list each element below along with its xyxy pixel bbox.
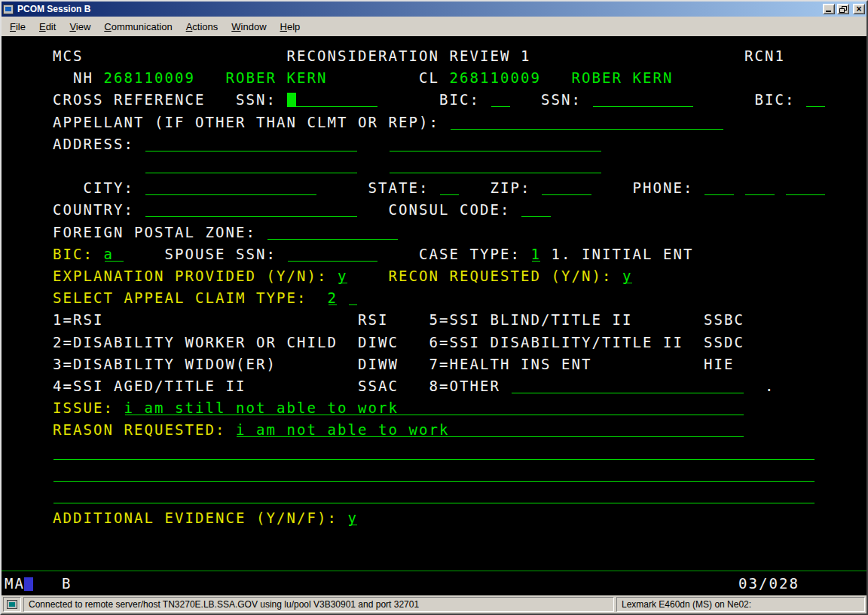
terminal-input-field[interactable]: [521, 199, 552, 221]
terminal-text: BIC:: [755, 89, 796, 111]
terminal-screen[interactable]: MCSRECONSIDERATION REVIEW 1RCN1NH2681100…: [2, 36, 866, 595]
terminal-input-field[interactable]: y: [348, 507, 359, 529]
terminal-text: APPELLANT (IF OTHER THAN CLMT OR REP):: [53, 112, 439, 133]
terminal-row: BIC:a SPOUSE SSN: CASE TYPE:11. INITIAL …: [2, 243, 866, 265]
statusbar-connection-panel: Connected to remote server/host TN3270E.…: [23, 597, 614, 612]
terminal-input-field[interactable]: [145, 133, 358, 155]
terminal-text: RECONSIDERATION REVIEW 1: [287, 45, 531, 67]
menu-actions[interactable]: Actions: [179, 18, 225, 35]
terminal-text: SSBC: [704, 309, 744, 331]
terminal-text: BIC:: [439, 89, 480, 111]
terminal-input-field[interactable]: [511, 375, 744, 397]
terminal-text: DIWW: [358, 353, 399, 375]
close-icon: ×: [856, 5, 861, 14]
terminal-input-field[interactable]: [267, 222, 399, 243]
pcom-window: PCOM Session B × FileEditViewCommunicati…: [0, 0, 868, 615]
terminal-text: CROSS REFERENCE: [53, 89, 206, 111]
terminal-text: 1. INITIAL ENT: [552, 243, 694, 265]
terminal-text: NH: [73, 67, 93, 89]
terminal-text: RCN1: [744, 45, 785, 67]
oia-system-status: MA: [5, 571, 25, 595]
terminal-input-field[interactable]: [805, 89, 826, 111]
terminal-row: [2, 464, 866, 485]
terminal-input-field[interactable]: 2: [328, 287, 338, 309]
terminal-row: ADDRESS:: [2, 133, 866, 155]
terminal-text: SSN:: [236, 89, 277, 111]
terminal-input-field[interactable]: [53, 485, 815, 507]
terminal-input-field[interactable]: [785, 177, 826, 199]
window-title: PCOM Session B: [16, 4, 821, 14]
connection-status-icon-screen: [9, 602, 15, 607]
terminal-text: 5=SSI BLIND/TITLE II: [429, 309, 633, 331]
terminal-text: MCS: [53, 45, 84, 67]
terminal-input-field[interactable]: [53, 464, 815, 485]
terminal-text: BIC:: [53, 243, 93, 265]
terminal-input-field[interactable]: [145, 155, 358, 177]
terminal-input-field[interactable]: [389, 155, 602, 177]
terminal-text: CASE TYPE:: [419, 243, 521, 265]
menu-edit[interactable]: Edit: [32, 18, 63, 35]
menu-view[interactable]: View: [63, 18, 97, 35]
menu-help[interactable]: Help: [274, 18, 307, 35]
statusbar: Connected to remote server/host TN3270E.…: [2, 595, 866, 613]
terminal-input-field[interactable]: a: [104, 243, 124, 265]
app-icon-screen: [5, 7, 11, 11]
terminal-row: [2, 485, 866, 507]
terminal-text: CITY:: [84, 177, 135, 199]
terminal-text: REASON REQUESTED:: [53, 419, 225, 441]
oia-area: MA B 03/028: [2, 571, 866, 595]
terminal-row: [2, 155, 866, 177]
terminal-text: PHONE:: [633, 177, 694, 199]
terminal-input-field[interactable]: i am still not able to work: [124, 397, 744, 419]
terminal-text: .: [765, 375, 775, 397]
terminal-row: FOREIGN POSTAL ZONE:: [2, 222, 866, 243]
terminal-input-field[interactable]: 1: [531, 243, 542, 265]
minimize-button[interactable]: [823, 4, 835, 14]
terminal-input-field[interactable]: i am not able to work: [236, 419, 744, 441]
terminal-input-field[interactable]: [389, 133, 602, 155]
titlebar[interactable]: PCOM Session B ×: [2, 2, 866, 17]
terminal-input-field[interactable]: [145, 177, 317, 199]
oia-cursor-position: 03/028: [738, 571, 799, 595]
terminal-input-field[interactable]: [744, 177, 775, 199]
terminal-text: 4=SSI AGED/TITLE II: [53, 375, 246, 397]
terminal-text: 1=RSI: [53, 309, 104, 331]
terminal-input-field[interactable]: [287, 243, 379, 265]
restore-icon: [839, 6, 847, 13]
terminal-input-field[interactable]: [287, 89, 379, 111]
oia-connection-block-icon: [24, 577, 33, 591]
terminal-input-field[interactable]: y: [622, 265, 633, 287]
menubar: FileEditViewCommunicationActionsWindowHe…: [2, 17, 866, 36]
terminal-input-field[interactable]: [53, 442, 815, 464]
terminal-text: ROBER KERN: [572, 67, 674, 89]
terminal-row: 3=DISABILITY WIDOW(ER)DIWW7=HEALTH INS E…: [2, 353, 866, 375]
terminal-input-field[interactable]: [592, 89, 694, 111]
close-button[interactable]: ×: [853, 4, 865, 14]
terminal-input-field[interactable]: [439, 177, 460, 199]
terminal-text: CONSUL CODE:: [389, 199, 511, 221]
terminal-input-field[interactable]: [145, 199, 358, 221]
menu-communication[interactable]: Communication: [97, 18, 179, 35]
terminal-text: SSAC: [358, 375, 399, 397]
terminal-row: APPELLANT (IF OTHER THAN CLMT OR REP):: [2, 112, 866, 133]
terminal-input-field[interactable]: [491, 89, 511, 111]
terminal-row: 4=SSI AGED/TITLE IISSAC8=OTHER .: [2, 375, 866, 397]
terminal-input-field[interactable]: [450, 112, 724, 133]
menu-file[interactable]: File: [3, 18, 32, 35]
terminal-input-field[interactable]: [541, 177, 592, 199]
terminal-text: DIWC: [358, 332, 399, 353]
terminal-row: 2=DISABILITY WORKER OR CHILDDIWC6=SSI DI…: [2, 332, 866, 353]
terminal-cursor[interactable]: [287, 93, 296, 107]
menu-window[interactable]: Window: [225, 18, 273, 35]
terminal-text: ADDITIONAL EVIDENCE (Y/N/F):: [53, 507, 338, 529]
terminal-input-field[interactable]: [704, 177, 735, 199]
restore-button[interactable]: [837, 4, 849, 14]
terminal-text: ROBER KERN: [226, 67, 328, 89]
terminal-text: 3=DISABILITY WIDOW(ER): [53, 353, 277, 375]
app-icon[interactable]: [3, 5, 14, 14]
terminal-input-field[interactable]: [348, 287, 359, 309]
terminal-row: NH268110009ROBER KERNCL268110009ROBER KE…: [2, 67, 866, 89]
terminal-input-field[interactable]: y: [338, 265, 348, 287]
oia-session-letter: B: [62, 571, 72, 595]
terminal-text: ZIP:: [491, 177, 531, 199]
